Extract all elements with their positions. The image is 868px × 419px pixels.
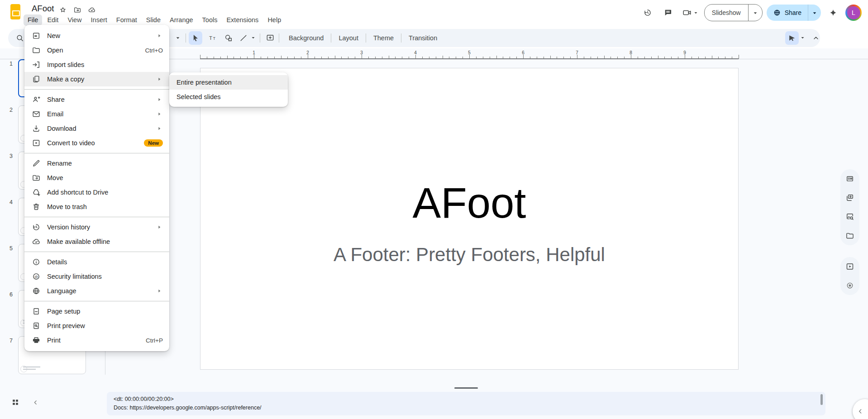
notes-resize-handle[interactable] (454, 387, 478, 389)
pointer-tool[interactable] (785, 31, 799, 45)
text-box-tool[interactable]: TT (206, 31, 219, 45)
menu-item-move-to-trash[interactable]: Move to trash (24, 200, 169, 214)
comments-button[interactable] (660, 5, 676, 21)
menubar-edit[interactable]: Edit (43, 14, 62, 26)
grid-view-button[interactable] (11, 398, 20, 407)
menubar-insert[interactable]: Insert (87, 14, 111, 26)
menu-item-version-history[interactable]: Version history (24, 220, 169, 234)
menu-item-add-shortcut-to-drive[interactable]: Add shortcut to Drive (24, 185, 169, 200)
menubar-help[interactable]: Help (263, 14, 285, 26)
slide-canvas[interactable]: AFoot A Footer: Pretty Footers, Helpful (200, 68, 739, 370)
slides-logo-icon[interactable] (10, 4, 20, 19)
search-menus-button[interactable] (15, 33, 24, 43)
svg-text:T: T (213, 36, 215, 41)
person-add-icon (32, 95, 41, 104)
menu-shortcut: Ctrl+P (146, 337, 163, 344)
share-options-button[interactable] (808, 5, 821, 21)
line-tool-icon (239, 33, 248, 43)
slide-subtitle-text[interactable]: A Footer: Pretty Footers, Helpful (200, 244, 738, 266)
menu-item-make-a-copy[interactable]: Make a copy (24, 72, 169, 86)
folder-button[interactable] (845, 231, 854, 240)
slideshow-button[interactable]: Slideshow (705, 5, 748, 21)
new-presentation-icon (32, 31, 41, 40)
record-dot-icon (845, 281, 854, 290)
caret-down-icon (800, 35, 805, 40)
hide-menus-button[interactable] (809, 31, 823, 45)
slides-stack-button[interactable] (845, 193, 854, 202)
menu-item-print-preview[interactable]: Print preview (24, 319, 169, 333)
slide-number: 2 (1, 107, 13, 113)
image-search-button[interactable] (845, 212, 854, 221)
file-menu: NewOpenCtrl+OImport slidesMake a copySha… (24, 25, 169, 351)
menubar-slide[interactable]: Slide (142, 14, 165, 26)
menu-item-download[interactable]: Download (24, 121, 169, 136)
menu-item-move[interactable]: Move (24, 171, 169, 185)
menu-item-share[interactable]: Share (24, 92, 169, 107)
share-button[interactable]: Share (767, 5, 808, 21)
email-icon (32, 110, 41, 119)
globe-icon (32, 286, 41, 295)
background-button[interactable]: Background (281, 34, 331, 42)
menubar-tools[interactable]: Tools (198, 14, 222, 26)
collapse-filmstrip-button[interactable] (32, 398, 39, 406)
line-tool[interactable] (237, 31, 250, 45)
theme-button[interactable]: Theme (366, 34, 401, 42)
folder-move-icon (73, 6, 81, 14)
slideshow-options-button[interactable] (748, 5, 762, 21)
layout-panel-button[interactable] (845, 174, 854, 183)
document-status-icon[interactable] (88, 5, 96, 14)
gemini-sparkle-button[interactable] (825, 5, 841, 21)
menubar-view[interactable]: View (63, 14, 86, 26)
make-a-copy-submenu: Entire presentationSelected slides (169, 72, 288, 107)
play-recording-button[interactable] (845, 262, 854, 271)
menu-item-details[interactable]: Details (24, 255, 169, 269)
copy-stack-icon (845, 193, 854, 202)
menu-item-security-limitations[interactable]: @Security limitations (24, 269, 169, 284)
topbar-actions: Slideshow Share L (639, 3, 862, 22)
line-tool-caret-icon[interactable] (251, 35, 256, 40)
version-history-button[interactable] (639, 5, 656, 21)
drive-add-icon (32, 188, 41, 197)
menu-item-make-available-offline[interactable]: Make available offline (24, 234, 169, 249)
menubar-file[interactable]: File (24, 14, 42, 26)
menu-item-page-setup[interactable]: Page setup (24, 304, 169, 319)
caret-down-icon (812, 10, 817, 16)
shapes-tool[interactable] (222, 31, 235, 45)
layout-button[interactable]: Layout (331, 34, 366, 42)
collapse-panel-button[interactable] (853, 399, 868, 419)
copy-icon (32, 75, 41, 84)
menu-item-language[interactable]: Language (24, 284, 169, 298)
slide-title-text[interactable]: AFoot (200, 178, 738, 228)
laser-pointer-icon (787, 33, 796, 43)
menubar-extensions[interactable]: Extensions (222, 14, 262, 26)
select-tool[interactable] (189, 31, 202, 45)
record-button[interactable] (845, 281, 854, 290)
meet-button[interactable] (680, 8, 700, 18)
slide-number: 4 (1, 199, 13, 205)
submenu-item-selected-slides[interactable]: Selected slides (169, 90, 288, 104)
account-avatar[interactable]: L (845, 5, 862, 21)
toolbar-text-buttons: BackgroundLayoutThemeTransition (281, 29, 444, 47)
video-convert-icon (32, 138, 41, 148)
menu-item-convert-to-video[interactable]: Convert to videoNew (24, 136, 169, 150)
menu-item-email[interactable]: Email (24, 107, 169, 121)
transition-button[interactable]: Transition (401, 34, 444, 42)
insert-comment-button[interactable] (263, 31, 277, 45)
menu-item-rename[interactable]: Rename (24, 156, 169, 171)
menu-item-open[interactable]: OpenCtrl+O (24, 43, 169, 57)
submenu-item-entire-presentation[interactable]: Entire presentation (169, 75, 288, 90)
menu-item-new[interactable]: New (24, 29, 169, 43)
notes-line: <dt: 00:00:00/00:20:00> (114, 395, 816, 404)
notes-scrollbar[interactable] (820, 394, 823, 405)
menu-item-import-slides[interactable]: Import slides (24, 57, 169, 72)
menubar-format[interactable]: Format (112, 14, 141, 26)
speaker-notes[interactable]: <dt: 00:00:00/00:20:00> Docs: https://de… (107, 392, 825, 415)
cloud-check-icon (32, 237, 41, 246)
menubar-arrange[interactable]: Arrange (166, 14, 197, 26)
move-document-button[interactable] (73, 5, 81, 14)
menu-item-print[interactable]: PrintCtrl+P (24, 333, 169, 348)
document-title[interactable]: AFoot (32, 4, 54, 14)
pointer-caret-icon[interactable] (800, 35, 805, 40)
zoom-caret-icon[interactable] (175, 35, 181, 41)
star-button[interactable] (59, 5, 67, 14)
